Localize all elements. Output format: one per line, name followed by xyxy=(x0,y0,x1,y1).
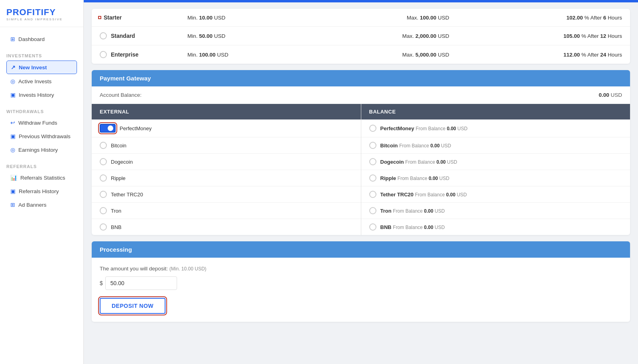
plan-return-2: 112.00 % After 24 Hours xyxy=(457,45,630,64)
gateway-balance-radio-3[interactable] xyxy=(369,174,376,182)
gateway-balance-label-1: Bitcoin From Balance 0.00 USD xyxy=(380,143,451,149)
plan-max-2: Max. 5,000.00 USD xyxy=(311,45,457,64)
referrals-title: REFERRALS xyxy=(6,164,77,169)
gateway-name-6: BNB xyxy=(111,224,122,230)
sidebar-item-active-invests[interactable]: ◎ Active Invests xyxy=(6,75,77,88)
sidebar-previous-withdrawals-label: Previous Withdrawals xyxy=(19,133,71,139)
sidebar-item-previous-withdrawals[interactable]: ▣ Previous Withdrawals xyxy=(6,130,77,143)
col-external-header: EXTERNAL xyxy=(92,104,361,119)
gateway-balance-1[interactable]: Bitcoin From Balance 0.00 USD xyxy=(361,137,630,154)
gateway-external-0[interactable]: PerfectMoney xyxy=(92,119,361,137)
sidebar-referrals-statistics-label: Referrals Statistics xyxy=(20,175,65,181)
deposit-now-button[interactable]: DEPOSIT NOW xyxy=(100,298,165,314)
plan-name-2: Enterprise xyxy=(111,51,138,58)
gateway-radio-5[interactable] xyxy=(100,207,107,214)
plan-max-0: Max. 100.00 USD xyxy=(311,9,457,27)
referrals-statistics-icon: 📊 xyxy=(10,174,17,181)
gateway-balance-radio-1[interactable] xyxy=(369,142,376,149)
gateway-name-0: PerfectMoney xyxy=(120,125,152,131)
gateway-radio-1[interactable] xyxy=(100,142,107,149)
new-invest-icon: ↗ xyxy=(11,64,16,70)
account-balance-label: Account Balance: xyxy=(100,92,142,98)
plans-table: Starter Min. 10.00 USD Max. 100.00 USD 1… xyxy=(92,9,630,64)
plan-row[interactable]: Starter Min. 10.00 USD Max. 100.00 USD 1… xyxy=(92,9,630,27)
gateway-external-1[interactable]: Bitcoin xyxy=(92,137,361,154)
sidebar-active-invests-label: Active Invests xyxy=(18,78,51,84)
gateway-external-2[interactable]: Dogecoin xyxy=(92,154,361,170)
col-balance-header: BALANCE xyxy=(361,104,630,119)
sidebar-dashboard-section: ⊞ Dashboard xyxy=(0,27,83,48)
logo-title: PROFITIFY xyxy=(6,7,77,18)
sidebar-item-withdraw-funds[interactable]: ↩ Withdraw Funds xyxy=(6,116,77,129)
gateway-radio-2[interactable] xyxy=(100,158,107,165)
deposit-label: The amount you will deposit: (Min. 10.00… xyxy=(100,266,622,272)
gateway-row[interactable]: PerfectMoney PerfectMoney From Balance 0… xyxy=(92,119,630,137)
earnings-history-icon: ◎ xyxy=(10,147,15,153)
gateway-table: EXTERNAL BALANCE PerfectMoney PerfectMon… xyxy=(92,104,630,235)
plan-name-1: Standard xyxy=(111,33,135,39)
sidebar-item-invests-history[interactable]: ▣ Invests History xyxy=(6,88,77,101)
logo-subtitle: SIMPLE AND IMPRESSIVE xyxy=(6,18,77,21)
gateway-balance-4[interactable]: Tether TRC20 From Balance 0.00 USD xyxy=(361,186,630,203)
balance-amount: 0.00 xyxy=(599,92,610,98)
plan-min-1: Min. 50.00 USD xyxy=(179,27,311,45)
sidebar-ad-banners-label: Ad Banners xyxy=(18,202,47,208)
gateway-row[interactable]: Dogecoin Dogecoin From Balance 0.00 USD xyxy=(92,154,630,170)
deposit-input[interactable] xyxy=(105,276,177,290)
plan-radio-1[interactable] xyxy=(100,32,107,39)
plan-max-1: Max. 2,000.00 USD xyxy=(311,27,457,45)
account-balance-value: 0.00 USD xyxy=(599,92,622,98)
sidebar-item-ad-banners[interactable]: ⊞ Ad Banners xyxy=(6,198,77,211)
gateway-external-6[interactable]: BNB xyxy=(92,219,361,235)
withdraw-funds-icon: ↩ xyxy=(10,119,15,126)
gateway-external-5[interactable]: Tron xyxy=(92,203,361,219)
referrals-history-icon: ▣ xyxy=(10,188,16,194)
gateway-balance-label-6: BNB From Balance 0.00 USD xyxy=(380,224,445,230)
deposit-input-wrap: $ xyxy=(100,276,622,290)
sidebar-earnings-history-label: Earnings History xyxy=(18,147,58,153)
gateway-row[interactable]: Tron Tron From Balance 0.00 USD xyxy=(92,203,630,219)
gateway-name-2: Dogecoin xyxy=(111,159,133,165)
gateway-toggle-0[interactable] xyxy=(100,124,116,133)
gateway-radio-6[interactable] xyxy=(100,223,107,231)
sidebar-referrals-section: REFERRALS 📊 Referrals Statistics ▣ Refer… xyxy=(0,159,83,213)
invests-history-icon: ▣ xyxy=(10,92,16,98)
gateway-row[interactable]: BNB BNB From Balance 0.00 USD xyxy=(92,219,630,235)
gateway-row[interactable]: Bitcoin Bitcoin From Balance 0.00 USD xyxy=(92,137,630,154)
gateway-balance-2[interactable]: Dogecoin From Balance 0.00 USD xyxy=(361,154,630,170)
gateway-balance-radio-4[interactable] xyxy=(369,191,376,198)
sidebar-item-referrals-statistics[interactable]: 📊 Referrals Statistics xyxy=(6,171,77,184)
gateway-balance-radio-6[interactable] xyxy=(369,223,376,231)
plan-radio-2[interactable] xyxy=(100,51,107,58)
payment-gateway-header: Payment Gateway xyxy=(92,70,630,86)
balance-row: Account Balance: 0.00 USD xyxy=(92,86,630,104)
processing-header: Processing xyxy=(92,241,630,258)
gateway-balance-radio-5[interactable] xyxy=(369,207,376,214)
gateway-external-4[interactable]: Tether TRC20 xyxy=(92,186,361,203)
gateway-row[interactable]: Tether TRC20 Tether TRC20 From Balance 0… xyxy=(92,186,630,203)
main-content: Starter Min. 10.00 USD Max. 100.00 USD 1… xyxy=(84,0,638,364)
sidebar-item-dashboard[interactable]: ⊞ Dashboard xyxy=(6,33,77,45)
gateway-balance-radio-2[interactable] xyxy=(369,158,376,165)
gateway-radio-4[interactable] xyxy=(100,191,107,198)
sidebar-new-invest-label: New Invest xyxy=(19,65,47,70)
plan-row[interactable]: Enterprise Min. 100.00 USD Max. 5,000.00… xyxy=(92,45,630,64)
gateway-balance-radio-0[interactable] xyxy=(369,125,376,132)
gateway-balance-5[interactable]: Tron From Balance 0.00 USD xyxy=(361,203,630,219)
gateway-balance-6[interactable]: BNB From Balance 0.00 USD xyxy=(361,219,630,235)
sidebar-item-earnings-history[interactable]: ◎ Earnings History xyxy=(6,143,77,156)
gateway-row[interactable]: Ripple Ripple From Balance 0.00 USD xyxy=(92,170,630,186)
gateway-balance-label-5: Tron From Balance 0.00 USD xyxy=(380,208,445,214)
gateway-balance-0[interactable]: PerfectMoney From Balance 0.00 USD xyxy=(361,119,630,137)
gateway-radio-3[interactable] xyxy=(100,174,107,182)
payment-gateway-card: Payment Gateway Account Balance: 0.00 US… xyxy=(92,70,630,235)
sidebar-invests-history-label: Invests History xyxy=(19,92,54,98)
sidebar-item-referrals-history[interactable]: ▣ Referrals History xyxy=(6,185,77,198)
gateway-name-5: Tron xyxy=(111,208,121,214)
gateway-external-3[interactable]: Ripple xyxy=(92,170,361,186)
sidebar-withdraw-funds-label: Withdraw Funds xyxy=(18,120,57,126)
deposit-min-note: (Min. 10.00 USD) xyxy=(169,266,207,272)
plan-row[interactable]: Standard Min. 50.00 USD Max. 2,000.00 US… xyxy=(92,27,630,45)
gateway-balance-3[interactable]: Ripple From Balance 0.00 USD xyxy=(361,170,630,186)
sidebar-item-new-invest[interactable]: ↗ New Invest xyxy=(6,61,77,74)
